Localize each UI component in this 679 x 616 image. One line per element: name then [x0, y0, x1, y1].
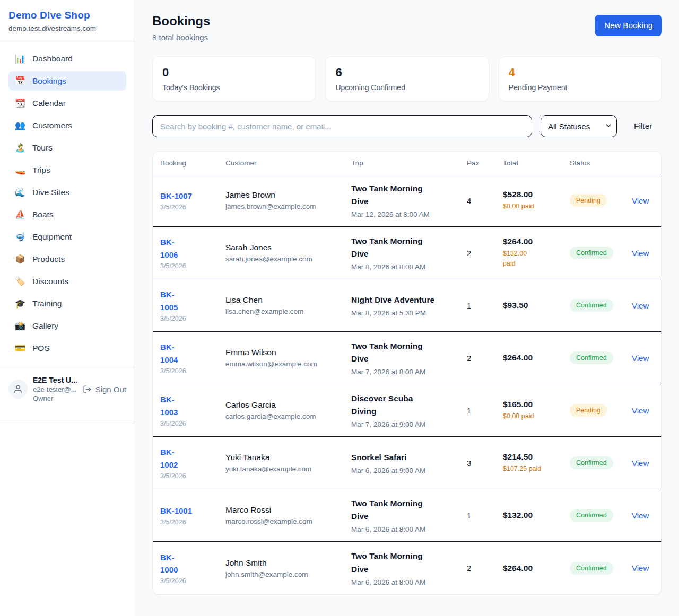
calendar-icon: 📆: [15, 98, 25, 108]
trip-name: Discover Scuba Diving: [351, 392, 462, 418]
pax-count: 2: [467, 354, 498, 363]
booking-id-link[interactable]: BK- 1006: [160, 236, 220, 261]
sidebar-item-training[interactable]: 🎓 Training: [8, 294, 126, 313]
stat-value: 4: [509, 66, 652, 80]
view-link[interactable]: View: [632, 301, 649, 310]
sidebar-item-label: Calendar: [32, 99, 66, 108]
trip-name: Snorkel Safari: [351, 451, 462, 464]
sidebar-item-gallery[interactable]: 📸 Gallery: [8, 316, 126, 336]
total-amount: $528.00: [503, 190, 564, 199]
view-link[interactable]: View: [632, 459, 649, 468]
sidebar-item-products[interactable]: 📦 Products: [8, 249, 126, 269]
sign-out-button[interactable]: Sign Out: [83, 385, 126, 394]
view-link[interactable]: View: [632, 354, 649, 363]
pax-count: 2: [467, 564, 498, 573]
trip-datetime: Mar 6, 2026 at 8:00 AM: [351, 525, 462, 533]
booking-id-link[interactable]: BK- 1002: [160, 446, 220, 471]
sidebar-item-label: Bookings: [32, 76, 66, 86]
customer-email: james.brown@example.com: [225, 203, 346, 210]
shop-name: Demo Dive Shop: [8, 10, 126, 21]
status-filter-select[interactable]: All Statuses: [541, 115, 617, 137]
pax-count: 1: [467, 511, 498, 520]
page-header: Bookings 8 total bookings New Booking: [152, 14, 662, 42]
sidebar-item-discounts[interactable]: 🏷️ Discounts: [8, 271, 126, 291]
gallery-icon: 📸: [15, 321, 25, 331]
dive-sites-icon: 🌊: [15, 187, 25, 197]
sidebar-item-dashboard[interactable]: 📊 Dashboard: [8, 49, 126, 68]
booking-id-link[interactable]: BK- 1000: [160, 551, 220, 576]
customer-name: Yuki Tanaka: [225, 453, 346, 462]
stat-card: 6 Upcoming Confirmed: [325, 56, 489, 101]
brand-block: Demo Dive Shop demo.test.divestreams.com: [0, 0, 135, 41]
total-amount: $264.00: [503, 564, 564, 573]
customer-name: Marco Rossi: [225, 505, 346, 515]
stat-value: 6: [335, 66, 478, 80]
trip-datetime: Mar 7, 2026 at 8:00 AM: [351, 368, 462, 376]
user-email: e2e-tester@...: [33, 385, 77, 393]
sidebar-item-tours[interactable]: 🏝️ Tours: [8, 138, 126, 157]
trip-datetime: Mar 6, 2026 at 8:00 AM: [351, 578, 462, 586]
view-link[interactable]: View: [632, 511, 649, 520]
sidebar-item-label: Trips: [32, 165, 50, 175]
table-row: BK- 1003 3/5/2026 Carlos Garcia carlos.g…: [153, 384, 661, 437]
status-badge: Pending: [570, 404, 607, 417]
sidebar-item-label: Dive Sites: [32, 188, 69, 197]
total-amount: $165.00: [503, 400, 564, 409]
stat-card: 4 Pending Payment: [499, 56, 662, 101]
pax-count: 1: [467, 301, 498, 310]
logout-icon: [83, 385, 92, 394]
sidebar-item-dive-sites[interactable]: 🌊 Dive Sites: [8, 182, 126, 202]
sidebar-item-trips[interactable]: 🚤 Trips: [8, 160, 126, 180]
trips-icon: 🚤: [15, 165, 25, 175]
avatar: [8, 380, 28, 399]
sidebar-item-label: POS: [32, 344, 50, 353]
sidebar-item-calendar[interactable]: 📆 Calendar: [8, 93, 126, 113]
sidebar-item-equipment[interactable]: 🤿 Equipment: [8, 227, 126, 247]
paid-amount: $0.00 paid: [503, 201, 564, 212]
equipment-icon: 🤿: [15, 232, 25, 242]
table-header-row: Booking Customer Trip Pax Total Status: [153, 152, 661, 174]
search-input[interactable]: [152, 115, 532, 137]
booking-date: 3/5/2026: [160, 577, 220, 585]
view-link[interactable]: View: [632, 196, 649, 205]
customer-name: James Brown: [225, 190, 346, 200]
booking-id-link[interactable]: BK- 1004: [160, 341, 220, 366]
new-booking-button[interactable]: New Booking: [595, 15, 662, 36]
sidebar-item-label: Products: [32, 254, 65, 264]
table-row: BK- 1004 3/5/2026 Emma Wilson emma.wilso…: [153, 332, 661, 384]
booking-date: 3/5/2026: [160, 367, 220, 375]
sidebar-item-customers[interactable]: 👥 Customers: [8, 116, 126, 135]
stat-label: Upcoming Confirmed: [335, 83, 478, 92]
view-link[interactable]: View: [632, 249, 649, 258]
stat-card: 0 Today's Bookings: [152, 56, 316, 101]
customer-email: yuki.tanaka@example.com: [225, 465, 346, 473]
customer-name: Carlos Garcia: [225, 400, 346, 410]
sidebar-item-boats[interactable]: ⛵ Boats: [8, 205, 126, 224]
trip-name: Two Tank Morning Dive: [351, 235, 462, 260]
view-link[interactable]: View: [632, 406, 649, 415]
booking-id-link[interactable]: BK-1007: [160, 190, 220, 202]
customer-email: john.smith@example.com: [225, 570, 346, 578]
sidebar-item-label: Training: [32, 299, 62, 309]
column-header-customer: Customer: [225, 159, 351, 167]
trip-datetime: Mar 7, 2026 at 9:00 AM: [351, 420, 462, 428]
trip-datetime: Mar 12, 2026 at 8:00 AM: [351, 210, 462, 218]
trip-datetime: Mar 6, 2026 at 9:00 AM: [351, 467, 462, 474]
stats-row: 0 Today's Bookings 6 Upcoming Confirmed …: [152, 56, 662, 101]
status-select-wrap: All Statuses: [541, 115, 617, 137]
training-icon: 🎓: [15, 298, 25, 309]
column-header-booking: Booking: [160, 159, 225, 167]
stat-value: 0: [162, 66, 306, 80]
booking-date: 3/5/2026: [160, 315, 220, 322]
user-icon: [13, 384, 23, 394]
booking-id-link[interactable]: BK- 1005: [160, 288, 220, 313]
booking-id-link[interactable]: BK-1001: [160, 505, 220, 517]
view-link[interactable]: View: [632, 564, 649, 573]
paid-amount: $107.25 paid: [503, 464, 564, 474]
sidebar-item-pos[interactable]: 💳 POS: [8, 338, 126, 358]
filter-button[interactable]: Filter: [634, 121, 652, 131]
main-content: Bookings 8 total bookings New Booking 0 …: [135, 0, 679, 616]
booking-id-link[interactable]: BK- 1003: [160, 393, 220, 418]
trip-name: Two Tank Morning Dive: [351, 340, 462, 365]
sidebar-item-bookings[interactable]: 📅 Bookings: [8, 71, 126, 91]
